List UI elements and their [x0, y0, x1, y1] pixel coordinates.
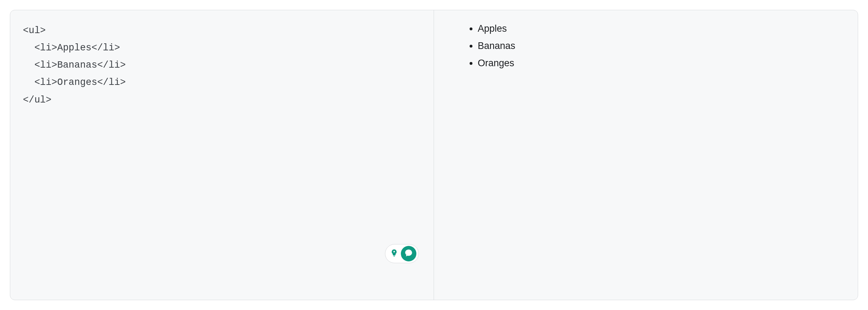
list-item: Bananas — [478, 37, 840, 55]
hint-button[interactable] — [389, 248, 399, 259]
list-item: Oranges — [478, 55, 840, 72]
code-pane: <ul> <li>Apples</li> <li>Bananas</li> <l… — [10, 10, 434, 300]
split-panel: <ul> <li>Apples</li> <li>Bananas</li> <l… — [10, 10, 858, 300]
code-line: <li>Bananas</li> — [23, 60, 126, 70]
chat-button[interactable] — [401, 246, 416, 261]
code-line: <li>Apples</li> — [23, 43, 120, 53]
preview-pane: Apples Bananas Oranges — [434, 10, 858, 300]
preview-output: Apples Bananas Oranges — [466, 20, 840, 72]
assist-widget — [385, 244, 419, 263]
svg-rect-0 — [393, 256, 395, 256]
list-item: Apples — [478, 20, 840, 37]
preview-list: Apples Bananas Oranges — [466, 20, 840, 72]
code-line: </ul> — [23, 95, 51, 105]
lightbulb-icon — [390, 249, 398, 259]
code-block[interactable]: <ul> <li>Apples</li> <li>Bananas</li> <l… — [23, 22, 421, 109]
code-line: <ul> — [23, 25, 46, 36]
code-line: <li>Oranges</li> — [23, 77, 126, 88]
chat-bubble-icon — [404, 248, 413, 259]
